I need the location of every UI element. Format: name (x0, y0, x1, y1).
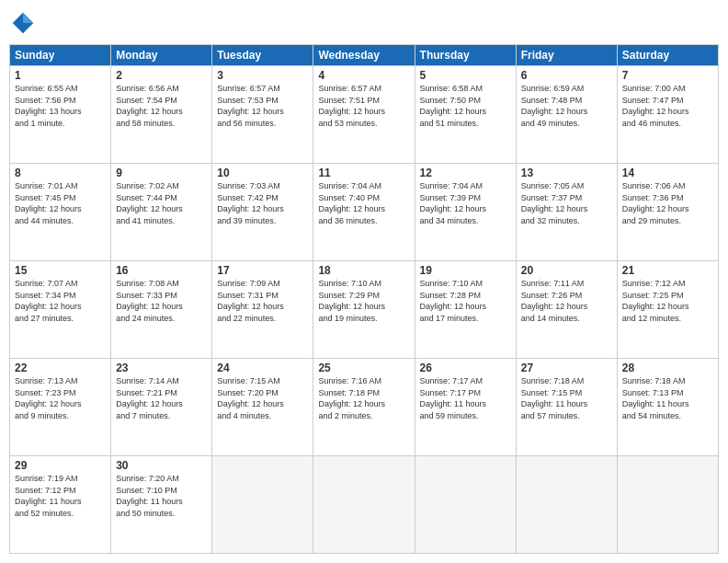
calendar-table: SundayMondayTuesdayWednesdayThursdayFrid… (9, 44, 719, 554)
day-number: 27 (521, 362, 612, 374)
calendar-cell: 4Sunrise: 6:57 AM Sunset: 7:51 PM Daylig… (313, 66, 415, 164)
calendar-week-4: 22Sunrise: 7:13 AM Sunset: 7:23 PM Dayli… (10, 359, 719, 456)
weekday-header-tuesday: Tuesday (212, 45, 313, 66)
logo (9, 9, 40, 37)
calendar-cell (617, 456, 718, 554)
day-number: 5 (420, 69, 511, 82)
calendar-cell: 17Sunrise: 7:09 AM Sunset: 7:31 PM Dayli… (212, 261, 313, 359)
calendar-week-1: 1Sunrise: 6:55 AM Sunset: 7:56 PM Daylig… (10, 66, 719, 164)
day-info: Sunrise: 7:03 AM Sunset: 7:42 PM Dayligh… (217, 180, 308, 226)
calendar-cell: 9Sunrise: 7:02 AM Sunset: 7:44 PM Daylig… (111, 164, 212, 261)
weekday-header-thursday: Thursday (415, 45, 516, 66)
calendar-cell: 7Sunrise: 7:00 AM Sunset: 7:47 PM Daylig… (617, 66, 718, 164)
day-info: Sunrise: 7:10 AM Sunset: 7:29 PM Dayligh… (318, 278, 409, 324)
day-number: 16 (116, 264, 207, 277)
calendar-cell: 1Sunrise: 6:55 AM Sunset: 7:56 PM Daylig… (10, 66, 111, 164)
day-info: Sunrise: 7:08 AM Sunset: 7:33 PM Dayligh… (116, 278, 207, 324)
day-info: Sunrise: 6:59 AM Sunset: 7:48 PM Dayligh… (521, 83, 612, 129)
header (9, 9, 719, 37)
day-number: 14 (622, 167, 713, 179)
day-info: Sunrise: 6:57 AM Sunset: 7:51 PM Dayligh… (318, 83, 409, 129)
weekday-header-wednesday: Wednesday (313, 45, 415, 66)
day-number: 2 (116, 69, 207, 82)
day-info: Sunrise: 7:14 AM Sunset: 7:21 PM Dayligh… (116, 375, 207, 421)
logo-icon (9, 9, 37, 37)
day-number: 15 (15, 264, 106, 277)
calendar-week-3: 15Sunrise: 7:07 AM Sunset: 7:34 PM Dayli… (10, 261, 719, 359)
day-info: Sunrise: 7:12 AM Sunset: 7:25 PM Dayligh… (622, 278, 713, 324)
day-info: Sunrise: 7:18 AM Sunset: 7:13 PM Dayligh… (622, 375, 713, 421)
day-number: 25 (318, 362, 409, 374)
day-number: 1 (15, 69, 106, 82)
calendar-cell: 28Sunrise: 7:18 AM Sunset: 7:13 PM Dayli… (617, 359, 718, 456)
calendar-header-row: SundayMondayTuesdayWednesdayThursdayFrid… (10, 45, 719, 66)
calendar-cell: 19Sunrise: 7:10 AM Sunset: 7:28 PM Dayli… (415, 261, 516, 359)
weekday-header-sunday: Sunday (10, 45, 111, 66)
day-info: Sunrise: 7:01 AM Sunset: 7:45 PM Dayligh… (15, 180, 106, 226)
calendar-cell (415, 456, 516, 554)
day-info: Sunrise: 7:00 AM Sunset: 7:47 PM Dayligh… (622, 83, 713, 129)
day-number: 17 (217, 264, 308, 277)
day-info: Sunrise: 7:15 AM Sunset: 7:20 PM Dayligh… (217, 375, 308, 421)
day-info: Sunrise: 7:04 AM Sunset: 7:40 PM Dayligh… (318, 180, 409, 226)
calendar-cell: 16Sunrise: 7:08 AM Sunset: 7:33 PM Dayli… (111, 261, 212, 359)
day-info: Sunrise: 7:18 AM Sunset: 7:15 PM Dayligh… (521, 375, 612, 421)
weekday-header-friday: Friday (516, 45, 617, 66)
weekday-header-monday: Monday (111, 45, 212, 66)
calendar-cell: 14Sunrise: 7:06 AM Sunset: 7:36 PM Dayli… (617, 164, 718, 261)
day-number: 3 (217, 69, 308, 82)
calendar-cell: 30Sunrise: 7:20 AM Sunset: 7:10 PM Dayli… (111, 456, 212, 554)
day-number: 6 (521, 69, 612, 82)
calendar-week-5: 29Sunrise: 7:19 AM Sunset: 7:12 PM Dayli… (10, 456, 719, 554)
calendar-cell: 27Sunrise: 7:18 AM Sunset: 7:15 PM Dayli… (516, 359, 617, 456)
day-info: Sunrise: 7:13 AM Sunset: 7:23 PM Dayligh… (15, 375, 106, 421)
day-number: 22 (15, 362, 106, 374)
day-info: Sunrise: 6:57 AM Sunset: 7:53 PM Dayligh… (217, 83, 308, 129)
day-number: 18 (318, 264, 409, 277)
day-number: 24 (217, 362, 308, 374)
weekday-header-saturday: Saturday (617, 45, 718, 66)
calendar-cell: 26Sunrise: 7:17 AM Sunset: 7:17 PM Dayli… (415, 359, 516, 456)
day-info: Sunrise: 7:09 AM Sunset: 7:31 PM Dayligh… (217, 278, 308, 324)
day-number: 13 (521, 167, 612, 179)
day-number: 28 (622, 362, 713, 374)
calendar-cell: 11Sunrise: 7:04 AM Sunset: 7:40 PM Dayli… (313, 164, 415, 261)
calendar-cell: 22Sunrise: 7:13 AM Sunset: 7:23 PM Dayli… (10, 359, 111, 456)
day-number: 9 (116, 167, 207, 179)
day-info: Sunrise: 7:10 AM Sunset: 7:28 PM Dayligh… (420, 278, 511, 324)
calendar-cell (313, 456, 415, 554)
calendar-cell: 3Sunrise: 6:57 AM Sunset: 7:53 PM Daylig… (212, 66, 313, 164)
calendar-week-2: 8Sunrise: 7:01 AM Sunset: 7:45 PM Daylig… (10, 164, 719, 261)
day-number: 7 (622, 69, 713, 82)
day-info: Sunrise: 7:17 AM Sunset: 7:17 PM Dayligh… (420, 375, 511, 421)
calendar-cell: 10Sunrise: 7:03 AM Sunset: 7:42 PM Dayli… (212, 164, 313, 261)
calendar-cell: 29Sunrise: 7:19 AM Sunset: 7:12 PM Dayli… (10, 456, 111, 554)
calendar-cell: 12Sunrise: 7:04 AM Sunset: 7:39 PM Dayli… (415, 164, 516, 261)
day-info: Sunrise: 7:16 AM Sunset: 7:18 PM Dayligh… (318, 375, 409, 421)
day-number: 11 (318, 167, 409, 179)
day-number: 4 (318, 69, 409, 82)
calendar-cell: 23Sunrise: 7:14 AM Sunset: 7:21 PM Dayli… (111, 359, 212, 456)
day-info: Sunrise: 7:06 AM Sunset: 7:36 PM Dayligh… (622, 180, 713, 226)
day-number: 8 (15, 167, 106, 179)
day-number: 30 (116, 459, 207, 472)
day-info: Sunrise: 6:56 AM Sunset: 7:54 PM Dayligh… (116, 83, 207, 129)
day-info: Sunrise: 6:55 AM Sunset: 7:56 PM Dayligh… (15, 83, 106, 129)
calendar-cell: 25Sunrise: 7:16 AM Sunset: 7:18 PM Dayli… (313, 359, 415, 456)
calendar-cell: 13Sunrise: 7:05 AM Sunset: 7:37 PM Dayli… (516, 164, 617, 261)
calendar-cell: 8Sunrise: 7:01 AM Sunset: 7:45 PM Daylig… (10, 164, 111, 261)
day-info: Sunrise: 6:58 AM Sunset: 7:50 PM Dayligh… (420, 83, 511, 129)
day-number: 12 (420, 167, 511, 179)
day-info: Sunrise: 7:07 AM Sunset: 7:34 PM Dayligh… (15, 278, 106, 324)
calendar-cell (212, 456, 313, 554)
day-number: 21 (622, 264, 713, 277)
calendar-cell: 6Sunrise: 6:59 AM Sunset: 7:48 PM Daylig… (516, 66, 617, 164)
day-number: 19 (420, 264, 511, 277)
day-number: 23 (116, 362, 207, 374)
day-number: 29 (15, 459, 106, 472)
calendar-cell: 5Sunrise: 6:58 AM Sunset: 7:50 PM Daylig… (415, 66, 516, 164)
calendar-cell: 20Sunrise: 7:11 AM Sunset: 7:26 PM Dayli… (516, 261, 617, 359)
day-info: Sunrise: 7:20 AM Sunset: 7:10 PM Dayligh… (116, 473, 207, 519)
day-number: 26 (420, 362, 511, 374)
page: SundayMondayTuesdayWednesdayThursdayFrid… (0, 0, 728, 563)
